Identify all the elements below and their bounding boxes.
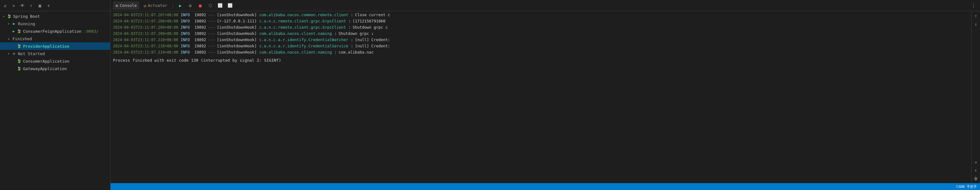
log-colon: :	[351, 43, 353, 49]
arrow-spring-boot: ▾	[1, 14, 6, 19]
log-timestamp: 2024-04-03T23:11:07.210+08:00	[113, 37, 178, 43]
delete-log-button[interactable]: 🗑	[972, 175, 979, 182]
log-message: Shutdown grpc c	[353, 24, 388, 30]
finished-label: Finished	[13, 37, 32, 41]
running-label: Running	[18, 21, 35, 26]
arrow-running: ▾	[6, 21, 11, 26]
log-class: com.alibaba.nacos.client.naming	[259, 30, 332, 37]
log-message: [1712156791060	[353, 18, 385, 24]
sidebar: ↺ ✕ 👁 ⚡ ▣ + ▾ 🍃 Spring Boot ▾ ▶ Running …	[0, 0, 110, 190]
log-area[interactable]: 2024-04-03T23:11:07.207+08:00 INFO 19892…	[110, 11, 971, 183]
log-dashes: ---	[208, 49, 215, 56]
separator-1	[173, 3, 173, 9]
process-finished-text: Process finished with exit code 130 (int…	[110, 56, 971, 65]
add-icon[interactable]: +	[45, 3, 52, 9]
log-hook: [ionShutdownHook]	[217, 43, 257, 49]
sidebar-item-provider-app[interactable]: 🍃 ProviderApplication	[0, 42, 110, 50]
log-container: 2024-04-03T23:11:07.207+08:00 INFO 19892…	[110, 11, 980, 183]
gateway-label: GatewayApplication	[23, 66, 67, 71]
debug-button[interactable]: ⚙	[186, 2, 194, 10]
arrow-not-started: ▾	[6, 51, 11, 56]
log-colon: :	[334, 49, 337, 56]
actuator-label: Actuator	[148, 3, 167, 8]
notstarted-icon: ⚙	[11, 51, 17, 56]
log-dashes: ---	[208, 12, 215, 18]
log-pid: 19892	[194, 30, 207, 37]
log-dashes: ---	[208, 24, 215, 30]
filter-icon[interactable]: ⚡	[28, 3, 34, 9]
log-line: 2024-04-03T23:11:07.207+08:00 INFO 19892…	[110, 12, 971, 18]
consumer-feign-label: ConsumerFeignApplication	[23, 29, 81, 34]
gateway-icon: 🍃	[16, 66, 22, 71]
log-level: INFO	[181, 12, 192, 18]
arrow-provider	[11, 44, 16, 49]
log-colon: :	[351, 12, 353, 18]
log-colon: :	[348, 24, 351, 30]
log-level: INFO	[181, 37, 192, 43]
sidebar-item-running[interactable]: ▾ ▶ Running	[0, 20, 110, 27]
log-level: INFO	[181, 49, 192, 56]
sidebar-item-consumer-feign[interactable]: ▶ 🍃 ConsumerFeignApplication :9003/	[0, 27, 110, 35]
layout-icon[interactable]: ▣	[37, 3, 43, 9]
log-timestamp: 2024-04-03T23:11:07.209+08:00	[113, 24, 178, 30]
spring-boot-label: Spring Boot	[13, 14, 40, 19]
actuator-icon: ↺	[143, 3, 146, 8]
log-message: Close current c	[355, 12, 390, 18]
more-button[interactable]: ⋮	[969, 2, 977, 10]
log-message: [null] Credent:	[355, 37, 390, 43]
refresh-icon[interactable]: ↺	[2, 3, 8, 9]
log-colon: :	[351, 37, 353, 43]
log-level: INFO	[181, 18, 192, 24]
log-class: c.a.n.c.a.r.identify.CredentialService	[259, 43, 348, 49]
eye-icon[interactable]: 👁	[19, 3, 25, 9]
log-level: INFO	[181, 30, 192, 37]
log-pid: 19892	[194, 24, 207, 30]
log-class: c.a.n.c.remote.client.grpc.GrpcClient	[259, 24, 346, 30]
log-pid: 19892	[194, 12, 207, 18]
camera-button[interactable]: ⬡	[206, 2, 214, 10]
log-timestamp: 2024-04-03T23:11:07.209+08:00	[113, 30, 178, 37]
sidebar-item-not-started[interactable]: ▾ ⚙ Not Started	[0, 50, 110, 57]
log-timestamp: 2024-04-03T23:11:07.208+08:00	[113, 18, 178, 24]
download-log-button[interactable]: ⬇	[972, 167, 979, 174]
close-icon[interactable]: ✕	[11, 3, 17, 9]
sidebar-tree: ▾ 🍃 Spring Boot ▾ ▶ Running ▶ 🍃 Consumer…	[0, 11, 110, 190]
consumer-app-icon: 🍃	[16, 58, 22, 64]
log-line: 2024-04-03T23:11:07.210+08:00 INFO 19892…	[110, 49, 971, 56]
log-pid: 19892	[194, 49, 207, 56]
log-hook: [ionShutdownHook]	[217, 30, 257, 37]
log-line: 2024-04-03T23:11:07.208+08:00 INFO 19892…	[110, 18, 971, 24]
forward-button[interactable]: ⬜	[216, 2, 224, 10]
scroll-up-button[interactable]: ↑	[972, 13, 979, 19]
bottom-bar: CSDN 手把手	[110, 183, 980, 190]
log-colon: :	[348, 18, 351, 24]
sidebar-item-gateway-app[interactable]: 🍃 GatewayApplication	[0, 65, 110, 72]
log-line: 2024-04-03T23:11:07.210+08:00 INFO 19892…	[110, 37, 971, 43]
sidebar-item-consumer-app[interactable]: 🍃 ConsumerApplication	[0, 57, 110, 65]
log-level: INFO	[181, 43, 192, 49]
sidebar-item-spring-boot[interactable]: ▾ 🍃 Spring Boot	[0, 13, 110, 20]
log-timestamp: 2024-04-03T23:11:07.210+08:00	[113, 49, 178, 56]
stop-button[interactable]: ■	[196, 2, 204, 10]
spring-icon: 🍃	[6, 13, 12, 19]
log-hook: [r-127.0.0.1-111]	[217, 18, 257, 24]
main-panel: ≡ Console ↺ Actuator ▶ ⚙ ■ ⬡ ⬜ ⬜ ⋮ 2024-…	[110, 0, 980, 190]
consumer-app-label: ConsumerApplication	[23, 59, 69, 64]
log-class: com.alibaba.nacos.client.naming	[259, 49, 332, 56]
scroll-down-button[interactable]: ↓	[972, 21, 979, 27]
arrow-consumer-app	[11, 59, 16, 64]
provider-icon: 🍃	[16, 43, 22, 49]
tab-console[interactable]: ≡ Console	[113, 2, 139, 10]
log-pid: 19892	[194, 37, 207, 43]
log-dashes: ---	[208, 37, 215, 43]
wrap-lines-button[interactable]: ⇌	[972, 159, 979, 166]
log-hook: [ionShutdownHook]	[217, 24, 257, 30]
log-message: [null] Credent:	[355, 43, 390, 49]
bottom-bar-text: CSDN 手把手	[956, 184, 977, 189]
log-class: c.a.n.c.remote.client.grpc.GrpcClient	[259, 18, 346, 24]
right-actions-panel: ↑ ↓ ⇌ ⬇ 🗑	[971, 11, 980, 183]
run-button[interactable]: ▶	[176, 2, 184, 10]
sidebar-item-finished[interactable]: ↻ Finished	[0, 35, 110, 42]
back-button[interactable]: ⬜	[226, 2, 234, 10]
tab-actuator[interactable]: ↺ Actuator	[141, 2, 170, 10]
